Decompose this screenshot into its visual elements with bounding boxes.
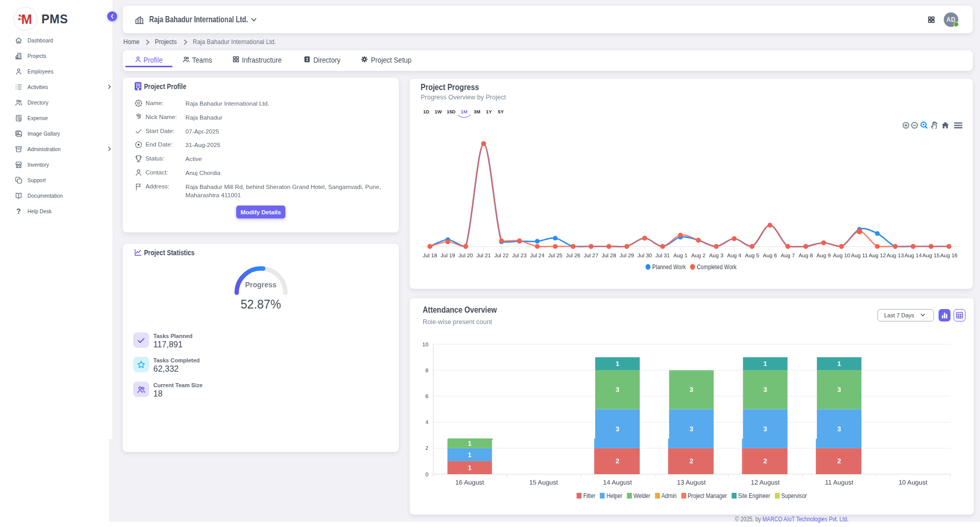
svg-text:Aug 14: Aug 14 — [904, 253, 921, 259]
svg-text:Jul 27: Jul 27 — [584, 253, 598, 259]
svg-text:Aug 1: Aug 1 — [673, 253, 688, 259]
svg-text:M: M — [21, 12, 32, 26]
svg-text:1: 1 — [763, 360, 767, 368]
svg-text:8: 8 — [425, 368, 428, 374]
svg-text:14 August: 14 August — [603, 479, 632, 486]
svg-text:Jul 22: Jul 22 — [494, 253, 509, 259]
svg-text:Aug 11: Aug 11 — [851, 253, 868, 259]
svg-text:Aug 13: Aug 13 — [887, 253, 904, 259]
svg-text:3: 3 — [837, 425, 841, 433]
svg-text:15 August: 15 August — [529, 479, 558, 486]
svg-text:10: 10 — [422, 342, 428, 348]
svg-text:Aug 6: Aug 6 — [763, 253, 777, 259]
svg-text:13 August: 13 August — [677, 479, 706, 486]
svg-text:Jul 30: Jul 30 — [638, 253, 652, 259]
svg-text:3: 3 — [689, 386, 693, 393]
svg-text:2: 2 — [689, 457, 693, 465]
svg-text:Jul 29: Jul 29 — [619, 253, 634, 259]
svg-text:3: 3 — [763, 425, 767, 433]
svg-text:3: 3 — [837, 386, 841, 393]
svg-text:3: 3 — [615, 386, 619, 393]
svg-text:Aug 3: Aug 3 — [709, 253, 724, 259]
svg-text:Aug 12: Aug 12 — [869, 253, 886, 259]
svg-text:Aug 5: Aug 5 — [745, 253, 759, 259]
svg-text:Aug 2: Aug 2 — [691, 253, 706, 259]
svg-text:4: 4 — [425, 419, 428, 426]
svg-text:Aug 7: Aug 7 — [781, 253, 795, 259]
svg-text:16 August: 16 August — [455, 479, 484, 486]
svg-text:Jul 24: Jul 24 — [530, 253, 544, 259]
svg-text:0: 0 — [425, 472, 428, 478]
svg-text:1: 1 — [468, 440, 471, 447]
svg-text:11 August: 11 August — [825, 479, 854, 486]
svg-text:Aug 9: Aug 9 — [816, 253, 831, 259]
svg-text:Aug 10: Aug 10 — [833, 253, 850, 259]
svg-text:2: 2 — [425, 445, 428, 451]
svg-text:Aug 8: Aug 8 — [799, 253, 813, 259]
svg-text:12 August: 12 August — [751, 479, 780, 486]
svg-text:Jul 19: Jul 19 — [441, 253, 455, 259]
svg-text:Aug 15: Aug 15 — [923, 253, 940, 259]
svg-text:Jul 23: Jul 23 — [512, 253, 527, 259]
svg-text:Jul 28: Jul 28 — [601, 253, 616, 259]
svg-text:1: 1 — [615, 360, 619, 368]
svg-text:1: 1 — [468, 464, 471, 472]
svg-text:Aug 4: Aug 4 — [727, 253, 742, 259]
svg-text:Jul 20: Jul 20 — [458, 253, 473, 259]
svg-text:1: 1 — [468, 451, 471, 459]
svg-text:Aug 16: Aug 16 — [940, 253, 957, 259]
svg-text:Jul 31: Jul 31 — [655, 253, 670, 259]
svg-text:3: 3 — [689, 425, 693, 433]
svg-text:Jul 26: Jul 26 — [566, 253, 580, 259]
svg-text:2: 2 — [763, 457, 767, 465]
svg-text:Jul 18: Jul 18 — [423, 253, 437, 259]
svg-text:Jul 25: Jul 25 — [548, 253, 563, 259]
svg-text:6: 6 — [425, 393, 428, 400]
svg-text:3: 3 — [763, 386, 767, 393]
svg-text:2: 2 — [837, 457, 841, 465]
svg-text:1: 1 — [837, 360, 841, 368]
svg-text:Jul 21: Jul 21 — [477, 253, 491, 259]
svg-text:3: 3 — [615, 425, 619, 433]
svg-text:10 August: 10 August — [899, 479, 928, 486]
svg-text:2: 2 — [615, 457, 619, 465]
